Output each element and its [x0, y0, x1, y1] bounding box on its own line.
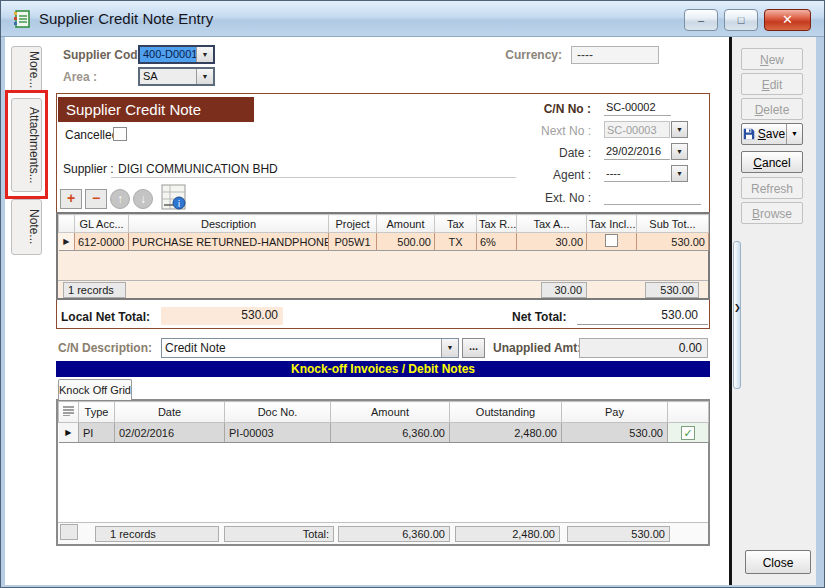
- date-value[interactable]: 29/02/2016: [604, 143, 670, 160]
- close-window-button[interactable]: ✕: [764, 9, 811, 31]
- minimize-button[interactable]: –: [684, 9, 718, 31]
- maximize-icon: □: [738, 14, 745, 26]
- panel-banner: Supplier Credit Note: [58, 97, 254, 122]
- cn-description-combo[interactable]: Credit Note ▼: [161, 338, 459, 358]
- add-row-button[interactable]: +: [60, 189, 82, 209]
- knockoff-col-doc-no[interactable]: Doc No.: [225, 402, 331, 423]
- ext-no-label: Ext. No :: [521, 191, 591, 205]
- close-button[interactable]: Close: [745, 550, 811, 574]
- cell-type[interactable]: PI: [79, 423, 115, 443]
- minimize-icon: –: [698, 14, 704, 26]
- detail-col-tax-rate[interactable]: Tax R...: [477, 215, 517, 233]
- detail-col-tax-incl[interactable]: Tax Incl...: [587, 215, 637, 233]
- tax-calculator-icon[interactable]: i: [161, 184, 186, 210]
- knockoff-col-amount[interactable]: Amount: [331, 402, 450, 423]
- remove-row-button[interactable]: −: [85, 189, 107, 209]
- area-label: Area :: [63, 70, 97, 84]
- knockoff-col-check: [668, 402, 709, 423]
- knockoff-col-outstanding[interactable]: Outstanding: [450, 402, 562, 423]
- plus-icon: +: [67, 190, 75, 206]
- net-total-value: 530.00: [577, 307, 708, 325]
- cancel-button[interactable]: Cancel: [741, 151, 803, 173]
- supplier-code-combo[interactable]: 400-D0001 ▼: [138, 45, 215, 64]
- cn-description-ellipsis-button[interactable]: ...: [462, 338, 485, 358]
- knockoff-outstanding-total: 2,480.00: [455, 526, 560, 542]
- knockoff-col-menu[interactable]: [59, 402, 79, 423]
- agent-dropdown-icon[interactable]: ▼: [671, 165, 688, 182]
- ext-no-value[interactable]: [604, 188, 701, 205]
- cell-description[interactable]: PURCHASE RETURNED-HANDPHONES: [129, 233, 329, 251]
- area-dropdown-icon[interactable]: ▼: [196, 69, 213, 84]
- cell-amount[interactable]: 500.00: [377, 233, 435, 251]
- window-title: Supplier Credit Note Entry: [39, 10, 213, 27]
- cn-description-label: C/N Description:: [58, 341, 152, 355]
- delete-button[interactable]: Delete: [741, 98, 803, 120]
- cell-gl-acc[interactable]: 612-0000: [75, 233, 129, 251]
- detail-col-gl-acc[interactable]: GL Acc...: [75, 215, 129, 233]
- unapplied-amt-label: Unapplied Amt:: [493, 341, 581, 355]
- detail-grid-header-row: GL Acc... Description Project Amount Tax…: [59, 215, 709, 233]
- supplier-code-value: 400-D0001: [140, 47, 196, 62]
- move-row-down-button[interactable]: ↓: [133, 189, 153, 209]
- detail-subtotal-total: 530.00: [645, 282, 699, 298]
- cn-description-dropdown-icon[interactable]: ▼: [441, 339, 458, 357]
- floppy-disk-icon: [743, 128, 755, 140]
- knockoff-grid-row[interactable]: ▶ PI 02/02/2016 PI-00003 6,360.00 2,480.…: [59, 423, 709, 443]
- local-net-total-value: 530.00: [161, 307, 283, 325]
- detail-col-tax[interactable]: Tax: [435, 215, 477, 233]
- knockoff-grid: Type Date Doc No. Amount Outstanding Pay…: [56, 399, 710, 546]
- detail-grid-row[interactable]: ▶ 612-0000 PURCHASE RETURNED-HANDPHONES …: [59, 233, 709, 251]
- maximize-button[interactable]: □: [724, 9, 758, 31]
- area-combo[interactable]: SA ▼: [138, 67, 215, 86]
- sidebar-tab-note[interactable]: Note...: [11, 199, 42, 255]
- cancelled-checkbox[interactable]: [113, 127, 127, 141]
- footer-selector-cell: [60, 524, 78, 540]
- supplier-label: Supplier :: [63, 162, 114, 176]
- cell-tax-amount[interactable]: 30.00: [517, 233, 587, 251]
- detail-col-project[interactable]: Project: [329, 215, 377, 233]
- arrow-down-icon: ↓: [140, 192, 146, 206]
- cell-date[interactable]: 02/02/2016: [115, 423, 225, 443]
- currency-value: ----: [577, 48, 593, 62]
- date-dropdown-icon[interactable]: ▼: [671, 143, 688, 160]
- knockoff-col-pay[interactable]: Pay: [562, 402, 668, 423]
- sidebar-tab-more[interactable]: More...: [11, 46, 42, 93]
- cell-tax[interactable]: TX: [435, 233, 477, 251]
- local-net-total-label: Local Net Total:: [61, 310, 150, 324]
- knockoff-col-type[interactable]: Type: [79, 402, 115, 423]
- detail-col-amount[interactable]: Amount: [377, 215, 435, 233]
- browse-button[interactable]: Browse: [741, 202, 803, 224]
- cell-pay[interactable]: 530.00: [562, 423, 668, 443]
- save-dropdown-icon[interactable]: ▼: [786, 124, 802, 144]
- currency-field: ----: [571, 46, 659, 64]
- cell-amount[interactable]: 6,360.00: [331, 423, 450, 443]
- detail-col-tax-amount[interactable]: Tax A...: [517, 215, 587, 233]
- detail-col-description[interactable]: Description: [129, 215, 329, 233]
- save-button[interactable]: Save ▼: [741, 123, 803, 145]
- tax-incl-checkbox[interactable]: [605, 234, 618, 247]
- knockoff-header-row: Type Date Doc No. Amount Outstanding Pay: [59, 402, 709, 423]
- knockoff-banner: Knock-off Invoices / Debit Notes: [56, 361, 710, 377]
- cell-outstanding[interactable]: 2,480.00: [450, 423, 562, 443]
- currency-label: Currency:: [481, 48, 562, 62]
- supplier-code-dropdown-icon[interactable]: ▼: [196, 47, 213, 62]
- cell-doc-no[interactable]: PI-00003: [225, 423, 331, 443]
- detail-col-sub-total[interactable]: Sub Tot...: [637, 215, 709, 233]
- sidebar-tab-more-label: More...: [27, 51, 41, 88]
- knockoff-col-date[interactable]: Date: [115, 402, 225, 423]
- new-button[interactable]: New: [741, 48, 803, 70]
- date-label: Date :: [521, 146, 591, 160]
- knockoff-grid-tab[interactable]: Knock Off Grid: [58, 379, 132, 400]
- cell-project[interactable]: P05W1: [329, 233, 377, 251]
- pay-checkbox[interactable]: ✓: [681, 426, 695, 440]
- agent-value[interactable]: ----: [604, 165, 670, 182]
- detail-col-selector: [59, 215, 75, 233]
- refresh-button[interactable]: Refresh: [741, 177, 803, 199]
- move-row-up-button[interactable]: ↑: [110, 189, 130, 209]
- cell-sub-total[interactable]: 530.00: [637, 233, 709, 251]
- cell-tax-rate[interactable]: 6%: [477, 233, 517, 251]
- next-no-dropdown-icon[interactable]: ▼: [671, 121, 688, 138]
- panel-splitter[interactable]: ❯: [733, 241, 741, 389]
- title-bar[interactable]: Supplier Credit Note Entry – □ ✕: [1, 1, 825, 37]
- edit-button[interactable]: Edit: [741, 73, 803, 95]
